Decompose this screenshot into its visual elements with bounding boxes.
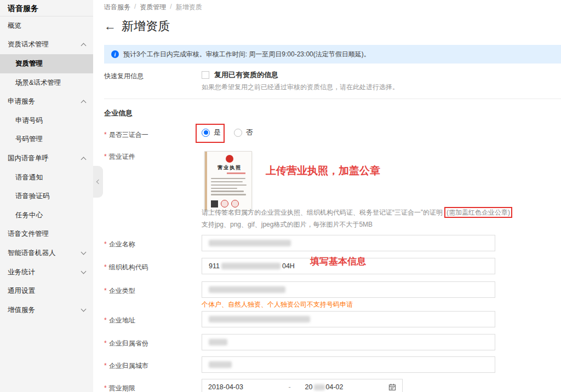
sidebar-item-label: 场景&话术管理 <box>15 78 61 88</box>
province-label: *企业归属省份 <box>104 339 148 348</box>
redacted-value <box>209 286 285 293</box>
quick-reuse-label: 快速复用信息 <box>104 72 144 81</box>
breadcrumb-separator: / <box>134 3 136 12</box>
breadcrumb-current-page: 新增资质 <box>176 3 202 12</box>
company-type-input[interactable] <box>202 281 495 298</box>
three-cert-radio-group: 是 否 <box>202 128 253 137</box>
sidebar-item-label: 资质话术管理 <box>8 40 49 49</box>
sidebar: 语音服务 概览 资质话术管理 资质管理 场景&话术管理 申请服务 申请号码 号码… <box>0 0 93 392</box>
page-title: 新增资质 <box>122 18 170 34</box>
sidebar-item-label: 通用设置 <box>8 286 35 296</box>
red-stamp-icon <box>221 200 228 207</box>
city-label: *企业归属城市 <box>104 361 148 371</box>
sidebar-item-business-statistics[interactable]: 业务统计 <box>0 263 93 282</box>
redacted-value <box>209 339 227 345</box>
banner-text: 预计3个工作日内完成审核。审核工作时间: 周一至周日9:00-23:00(法定节… <box>123 50 370 59</box>
org-code-value-prefix: 911 <box>209 262 220 270</box>
org-code-value-suffix: 04H <box>282 262 295 270</box>
chevron-down-icon <box>81 269 87 274</box>
breadcrumb: 语音服务 / 资质管理 / 新增资质 <box>104 3 202 12</box>
sidebar-item-number-mgmt[interactable]: 号码管理 <box>0 130 93 149</box>
company-name-label: *企业名称 <box>104 240 135 249</box>
company-info-section-title: 企业信息 <box>104 108 133 118</box>
license-bottom-row <box>211 200 248 207</box>
app-window: 语音服务 概览 资质话术管理 资质管理 场景&话术管理 申请服务 申请号码 号码… <box>0 0 561 392</box>
sidebar-item-apply-number[interactable]: 申请号码 <box>0 111 93 130</box>
national-emblem-icon <box>226 155 233 163</box>
sidebar-item-domestic-voice-call[interactable]: 国内语音单呼 <box>0 149 93 168</box>
sidebar-item-general-settings[interactable]: 通用设置 <box>0 281 93 301</box>
page-title-row: ← 新增资质 <box>104 18 170 34</box>
sidebar-item-qualification-script-mgmt[interactable]: 资质话术管理 <box>0 36 93 55</box>
required-asterisk: * <box>104 131 107 139</box>
sidebar-item-qualification-mgmt[interactable]: 资质管理 <box>0 54 93 73</box>
sidebar-collapse-handle[interactable] <box>93 166 103 198</box>
required-asterisk: * <box>104 316 107 324</box>
sidebar-item-voice-file-mgmt[interactable]: 语音文件管理 <box>0 225 93 244</box>
radio-label-no: 否 <box>246 128 253 137</box>
sidebar-item-overview[interactable]: 概览 <box>0 16 93 36</box>
chevron-left-icon <box>96 180 101 184</box>
license-help-line1: 请上传签名归属方的企业营业执照、组织机构代码证、税务登记证“三证合一”的证明(需… <box>202 208 561 217</box>
reuse-help-text: 如果您希望复用之前已经通过审核的资质信息，请在此处进行选择。 <box>202 83 399 92</box>
radio-label-yes: 是 <box>214 128 221 137</box>
annotation-red-box-stamp: (需加盖红色企业公章) <box>444 207 512 218</box>
radio-option-no[interactable]: 否 <box>234 128 253 137</box>
reuse-checkbox[interactable] <box>202 71 209 79</box>
calendar-icon[interactable] <box>388 383 396 391</box>
required-asterisk: * <box>104 287 107 295</box>
required-asterisk: * <box>104 384 107 392</box>
sidebar-item-label: 资质管理 <box>15 59 43 68</box>
redacted-value <box>314 384 325 390</box>
sidebar-item-task-center[interactable]: 任务中心 <box>0 206 93 225</box>
sidebar-item-label: 语音文件管理 <box>8 229 49 239</box>
radio-selected-icon[interactable] <box>202 129 210 137</box>
sidebar-item-value-added-services[interactable]: 增值服务 <box>0 301 93 320</box>
breadcrumb-link-qualification-mgmt[interactable]: 资质管理 <box>140 3 166 12</box>
sidebar-item-voice-captcha[interactable]: 语音验证码 <box>0 187 93 206</box>
org-code-label: *组织机构代码 <box>104 263 148 272</box>
sidebar-item-label: 语音通知 <box>15 173 43 182</box>
redacted-value <box>221 263 280 269</box>
info-icon: i <box>111 50 119 58</box>
breadcrumb-link-voice-service[interactable]: 语音服务 <box>104 3 130 12</box>
three-cert-label: *是否三证合一 <box>104 130 148 140</box>
license-text-lines <box>211 176 248 198</box>
sidebar-item-apply-service[interactable]: 申请服务 <box>0 92 93 111</box>
city-input[interactable] <box>202 356 495 373</box>
back-arrow-icon[interactable]: ← <box>104 20 116 32</box>
annotation-upload-license: 上传营业执照，加盖公章 <box>266 164 380 178</box>
license-image-thumbnail[interactable]: 营业执照 <box>204 151 252 211</box>
sidebar-item-scene-script-mgmt[interactable]: 场景&话术管理 <box>0 73 93 93</box>
sidebar-item-label: 业务统计 <box>8 268 35 277</box>
required-asterisk: * <box>104 153 107 160</box>
radio-unselected-icon[interactable] <box>234 129 242 137</box>
province-input[interactable] <box>202 334 495 350</box>
company-type-label: *企业类型 <box>104 286 135 296</box>
required-asterisk: * <box>104 362 107 370</box>
sidebar-item-label: 申请服务 <box>8 97 35 106</box>
section-divider <box>104 99 561 99</box>
review-time-banner: i 预计3个工作日内完成审核。审核工作时间: 周一至周日9:00-23:00(法… <box>104 45 561 64</box>
company-address-label: *企业地址 <box>104 316 135 325</box>
reuse-checkbox-row[interactable]: 复用已有资质的信息 <box>202 70 278 80</box>
radio-option-yes[interactable]: 是 <box>202 128 221 137</box>
license-help-line2: 支持jpg、png、gif、jpeg格式的图片，每张图片不大于5MB <box>202 220 373 229</box>
reuse-checkbox-label: 复用已有资质的信息 <box>214 70 278 80</box>
business-term-date-range[interactable]: 2018-04-03 - 20 04-02 <box>202 379 403 392</box>
sidebar-item-voice-notification[interactable]: 语音通知 <box>0 168 93 187</box>
sidebar-item-label: 申请号码 <box>15 116 43 125</box>
sidebar-item-smart-voice-robot[interactable]: 智能语音机器人 <box>0 244 93 263</box>
required-asterisk: * <box>104 339 107 347</box>
required-asterisk: * <box>104 263 107 271</box>
company-type-hint: 个体户、自然人独资、个人独资公司不支持号码申请 <box>202 300 353 309</box>
license-card-title: 营业执照 <box>217 164 242 171</box>
sidebar-item-label: 增值服务 <box>8 305 35 315</box>
chevron-up-icon <box>81 157 87 163</box>
date-start-value: 2018-04-03 <box>208 383 243 391</box>
company-address-input[interactable] <box>202 311 495 327</box>
chevron-down-icon <box>81 250 87 255</box>
red-stamp-icon <box>231 200 239 207</box>
sidebar-title: 语音服务 <box>0 0 93 16</box>
company-name-input[interactable] <box>202 235 495 251</box>
